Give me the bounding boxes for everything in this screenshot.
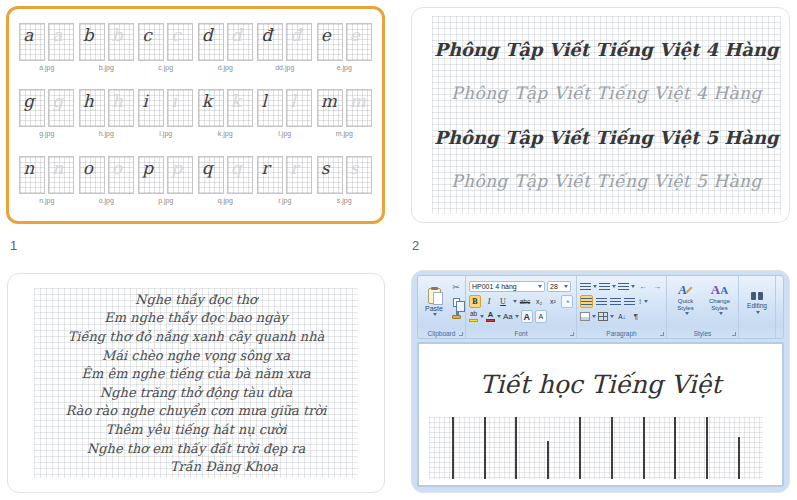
- shading-button[interactable]: [580, 310, 596, 323]
- align-right-button[interactable]: [609, 295, 621, 308]
- slide-preview-1[interactable]: a a a.jpg b b b.jpg c c c.jpg: [6, 6, 385, 224]
- change-case-button[interactable]: Aa: [503, 310, 519, 323]
- bullets-button[interactable]: [580, 280, 597, 293]
- justify-button[interactable]: [623, 295, 635, 308]
- writing-guide-bar: [674, 417, 676, 479]
- practice-grid-solid: e: [317, 23, 343, 61]
- align-center-button[interactable]: [595, 295, 607, 308]
- show-hide-button[interactable]: ¶: [630, 310, 642, 323]
- thumbnail-filename: d.jpg: [218, 64, 233, 71]
- letter-thumbnail[interactable]: n n n.jpg: [17, 156, 77, 213]
- slide-preview-2[interactable]: Phông Tập Viết Tiếng Việt 4 Hàng Phông T…: [411, 7, 790, 223]
- line-spacing-button[interactable]: ↕: [637, 295, 649, 308]
- font-group-label: Font: [466, 330, 576, 337]
- phonetic-guide-button[interactable]: ◔: [561, 295, 573, 308]
- grow-font-button[interactable]: A: [521, 310, 533, 323]
- dialog-launcher-icon[interactable]: [732, 332, 736, 336]
- numbering-button[interactable]: [599, 280, 616, 293]
- dialog-launcher-icon[interactable]: [660, 332, 664, 336]
- cut-button[interactable]: ✂: [450, 281, 462, 294]
- dialog-launcher-icon[interactable]: [570, 332, 574, 336]
- letter-solid: k: [202, 93, 212, 110]
- practice-grid-faint: b: [108, 23, 134, 61]
- word-document-page[interactable]: Tiết học Tiếng Việt: [417, 342, 784, 487]
- format-painter-button[interactable]: [450, 311, 462, 324]
- practice-card-pair: l l: [257, 89, 312, 127]
- align-left-button[interactable]: [580, 295, 593, 308]
- letter-thumbnail[interactable]: p p p.jpg: [136, 156, 196, 213]
- thumbnail-filename: g.jpg: [39, 130, 54, 137]
- letter-faint: i: [171, 93, 176, 110]
- decrease-indent-button[interactable]: ←: [637, 280, 649, 293]
- letter-faint: c: [171, 27, 181, 44]
- strikethrough-button[interactable]: abc: [519, 295, 531, 308]
- letter-thumbnail[interactable]: h h h.jpg: [77, 89, 137, 146]
- font-color-button[interactable]: A: [486, 310, 501, 323]
- poem-paper: Nghe thầy đọc thơ Em nghe thầy đọc bao n…: [34, 288, 358, 478]
- letter-faint: n: [52, 160, 63, 177]
- font-size-combobox[interactable]: 28: [547, 281, 571, 292]
- thumbnail-filename: a.jpg: [39, 64, 54, 71]
- writing-guide-bar: [706, 417, 708, 479]
- letter-solid: m: [321, 93, 337, 110]
- font-name-combobox[interactable]: HP001 4 hàng: [469, 281, 545, 292]
- letter-thumbnail[interactable]: s s s.jpg: [315, 156, 375, 213]
- slide-preview-3[interactable]: Nghe thầy đọc thơ Em nghe thầy đọc bao n…: [7, 273, 385, 493]
- copy-button[interactable]: [450, 296, 462, 309]
- letter-thumbnail[interactable]: r r r.jpg: [255, 156, 315, 213]
- letter-thumbnail[interactable]: q q q.jpg: [196, 156, 256, 213]
- multilevel-list-button[interactable]: [618, 280, 635, 293]
- editing-button[interactable]: Editing: [742, 279, 772, 327]
- chevron-down-icon: [610, 315, 614, 318]
- change-styles-button[interactable]: AA Change Styles: [704, 279, 735, 327]
- writing-guide-bar: [579, 417, 581, 479]
- letter-thumbnail[interactable]: a a a.jpg: [17, 23, 77, 80]
- slide-preview-4[interactable]: Paste ✂ Clipboard HP001 4 hàng: [411, 270, 790, 493]
- borders-button[interactable]: [598, 310, 614, 323]
- practice-grid-solid: đ: [257, 23, 283, 61]
- practice-card-pair: s s: [317, 156, 372, 194]
- letter-thumbnail[interactable]: c c c.jpg: [136, 23, 196, 80]
- letter-thumbnail[interactable]: m m m.jpg: [315, 89, 375, 146]
- quick-styles-button[interactable]: A Quick Styles: [670, 279, 701, 327]
- superscript-button[interactable]: x²: [547, 295, 559, 308]
- poem-line: Trần Đăng Khoa: [34, 459, 358, 474]
- letter-thumbnail[interactable]: g g g.jpg: [17, 89, 77, 146]
- bullet-list-icon: [580, 283, 591, 291]
- slide-number-1: 1: [10, 238, 17, 253]
- letter-faint: h: [112, 93, 123, 110]
- letter-thumbnail[interactable]: l l l.jpg: [255, 89, 315, 146]
- styles-group-label: Styles: [667, 330, 738, 337]
- letter-thumbnail[interactable]: d d d.jpg: [196, 23, 256, 80]
- dialog-launcher-icon[interactable]: [459, 332, 463, 336]
- subscript-button[interactable]: x₂: [533, 295, 545, 308]
- practice-grid-solid: c: [138, 23, 164, 61]
- bold-button[interactable]: B: [469, 295, 481, 308]
- practice-card-pair: g g: [19, 89, 74, 127]
- underline-button[interactable]: U: [497, 295, 509, 308]
- letter-thumbnail[interactable]: k k k.jpg: [196, 89, 256, 146]
- ribbon-group-paragraph: ← → ↕ A↓ ¶ Paragraph: [577, 276, 667, 338]
- letter-thumbnail[interactable]: đ đ dd.jpg: [255, 23, 315, 80]
- paste-button[interactable]: Paste: [421, 279, 447, 325]
- writing-guide-bar: [611, 417, 613, 479]
- practice-grid-solid: i: [138, 89, 164, 127]
- increase-indent-button[interactable]: →: [651, 280, 663, 293]
- text-highlight-button[interactable]: ab: [469, 310, 484, 323]
- shrink-font-button[interactable]: A: [535, 310, 547, 323]
- letter-thumbnail[interactable]: b b b.jpg: [77, 23, 137, 80]
- letter-thumbnail[interactable]: e e e.jpg: [315, 23, 375, 80]
- ribbon-group-editing: Editing: [739, 276, 776, 338]
- letter-solid: a: [23, 27, 33, 44]
- line-spacing-icon: ↕: [638, 297, 642, 306]
- practice-grid-solid: d: [198, 23, 224, 61]
- letter-thumbnail[interactable]: o o o.jpg: [77, 156, 137, 213]
- practice-card-pair: c c: [138, 23, 193, 61]
- italic-button[interactable]: I: [483, 295, 495, 308]
- sort-button[interactable]: A↓: [616, 310, 628, 323]
- letter-faint: r: [290, 160, 298, 177]
- ribbon-group-clipboard: Paste ✂ Clipboard: [418, 276, 466, 338]
- quick-styles-icon: A: [678, 282, 687, 298]
- letter-thumbnail[interactable]: i i i.jpg: [136, 89, 196, 146]
- letter-solid: d: [202, 27, 213, 44]
